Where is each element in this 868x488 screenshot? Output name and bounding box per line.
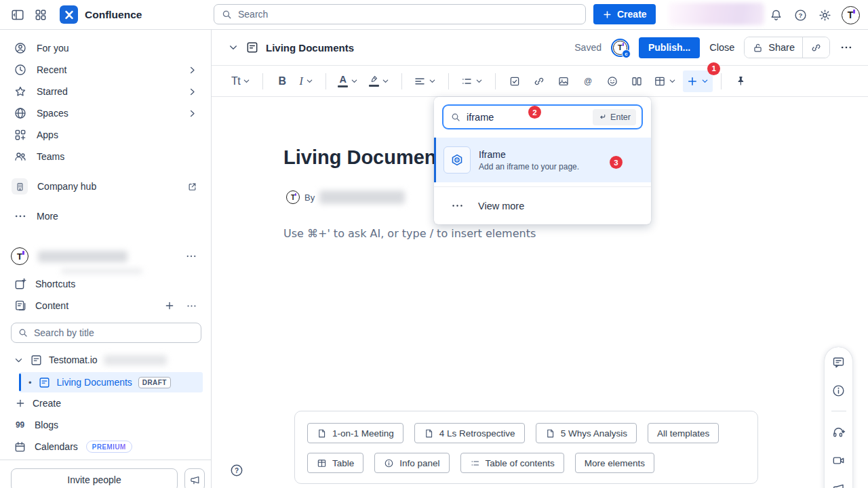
pin-icon xyxy=(735,75,747,87)
image-icon xyxy=(557,75,570,87)
pin-toolbar-button[interactable] xyxy=(730,70,751,92)
bold-button[interactable]: B xyxy=(271,70,293,92)
mention-icon: @ xyxy=(582,75,594,87)
plus-icon xyxy=(15,398,26,409)
list-button[interactable] xyxy=(457,70,487,92)
sidebar-item-for-you[interactable]: For you xyxy=(5,37,205,59)
insert-search-field[interactable]: iframe Enter xyxy=(442,104,643,129)
support-button[interactable] xyxy=(831,424,847,440)
space-more-icon[interactable] xyxy=(185,250,197,262)
copy-link-button[interactable] xyxy=(803,37,829,58)
quote-icon: 99 xyxy=(14,419,26,432)
annotation-step-3: 3 xyxy=(610,156,623,169)
space-header[interactable]: T xyxy=(5,244,205,268)
highlight-color-button[interactable] xyxy=(365,70,393,92)
tree-item-living-documents[interactable]: • Living Documents DRAFT xyxy=(19,372,203,392)
share-button[interactable]: Share xyxy=(745,37,802,58)
settings-button[interactable] xyxy=(815,5,834,24)
insert-element-button[interactable]: 1 xyxy=(683,70,713,92)
save-status: Saved xyxy=(574,42,601,53)
profile-avatar-button[interactable]: T xyxy=(841,5,860,24)
sidebar-item-teams[interactable]: Teams xyxy=(5,146,205,167)
content-search-input[interactable] xyxy=(34,327,195,338)
italic-button[interactable]: I xyxy=(296,70,317,92)
notifications-button[interactable] xyxy=(766,5,785,24)
sidebar-item-spaces[interactable]: Spaces xyxy=(5,102,205,124)
video-button[interactable] xyxy=(831,452,847,468)
invite-people-button[interactable]: Invite people xyxy=(11,468,178,488)
text-color-button[interactable]: A xyxy=(334,70,362,92)
editor-help-button[interactable]: ? xyxy=(229,463,244,478)
divider xyxy=(721,73,722,89)
editor-avatar[interactable]: T c xyxy=(611,39,629,57)
alignment-button[interactable] xyxy=(410,70,440,92)
template-1on1-meeting-button[interactable]: 1-on-1 Meeting xyxy=(307,423,403,443)
global-search-input[interactable] xyxy=(238,9,578,20)
template-5-whys-analysis-button[interactable]: 5 Whys Analysis xyxy=(536,423,637,443)
redacted-space-name xyxy=(38,251,127,262)
brand[interactable]: Confluence xyxy=(60,5,142,24)
text-style-button[interactable]: Tt xyxy=(228,70,254,92)
publish-button[interactable]: Publish... xyxy=(639,37,700,58)
sidebar-item-apps[interactable]: Apps xyxy=(5,124,205,146)
page-more-button[interactable] xyxy=(840,41,853,54)
headphones-plus-icon xyxy=(831,425,846,439)
template-label: 4 Ls Retrospective xyxy=(439,428,515,439)
tree-create-button[interactable]: Create xyxy=(15,394,61,413)
page-header: Living Documents Saved T c Publish... Cl… xyxy=(212,30,868,65)
sidebar-item-starred[interactable]: Starred xyxy=(5,81,205,102)
emoji-button[interactable] xyxy=(601,70,623,92)
info-icon xyxy=(831,384,846,398)
document-title[interactable]: Living Documents xyxy=(283,146,454,169)
insert-table-button[interactable]: Table xyxy=(307,453,363,473)
sidebar-item-calendars[interactable]: Calendars PREMIUM xyxy=(5,437,205,456)
search-icon xyxy=(18,327,28,338)
task-checkbox-icon xyxy=(509,75,521,87)
help-button[interactable]: ? xyxy=(791,5,810,24)
table-button[interactable] xyxy=(650,70,680,92)
task-button[interactable] xyxy=(504,70,526,92)
all-templates-button[interactable]: All templates xyxy=(648,423,719,443)
more-elements-button[interactable]: More elements xyxy=(575,453,654,473)
byline-prefix: By xyxy=(304,192,315,203)
create-button[interactable]: Create xyxy=(593,4,656,24)
insert-toc-button[interactable]: Table of contents xyxy=(460,453,564,473)
mention-button[interactable]: @ xyxy=(577,70,599,92)
add-content-icon[interactable] xyxy=(164,300,175,311)
insert-info-panel-button[interactable]: Info panel xyxy=(374,453,449,473)
sidebar-toggle-button[interactable] xyxy=(8,5,27,24)
view-more-item[interactable]: View more xyxy=(434,191,651,220)
editor-toolbar: Tt B I A xyxy=(212,65,868,97)
image-button[interactable] xyxy=(553,70,574,92)
global-search[interactable] xyxy=(214,4,586,24)
layouts-button[interactable] xyxy=(626,70,648,92)
content-more-icon[interactable] xyxy=(186,300,197,312)
close-button[interactable]: Close xyxy=(709,42,734,53)
chevron-down-icon[interactable] xyxy=(14,355,24,365)
sidebar-item-recent[interactable]: Recent xyxy=(5,59,205,81)
sidebar-item-more[interactable]: More xyxy=(5,205,205,227)
ellipsis-icon xyxy=(451,199,464,212)
divider xyxy=(831,411,846,411)
announcement-button[interactable] xyxy=(184,468,205,488)
link-button[interactable] xyxy=(528,70,550,92)
sidebar-item-shortcuts[interactable]: Shortcuts xyxy=(5,273,205,295)
editor-placeholder[interactable]: Use ⌘+' to ask AI, or type / to insert e… xyxy=(283,227,536,240)
chevron-down-icon[interactable] xyxy=(228,42,239,53)
comments-button[interactable] xyxy=(831,354,847,370)
app-switcher-icon xyxy=(34,8,47,22)
sidebar-item-content[interactable]: Content xyxy=(5,295,205,317)
template-4ls-retrospective-button[interactable]: 4 Ls Retrospective xyxy=(414,423,525,443)
app-switcher-button[interactable] xyxy=(31,5,50,24)
selected-indicator xyxy=(19,373,21,391)
sidebar-item-blogs[interactable]: 99 Blogs xyxy=(5,415,205,434)
details-info-button[interactable] xyxy=(831,382,847,399)
space-avatar: T xyxy=(11,247,28,265)
feedback-button[interactable] xyxy=(831,481,847,488)
breadcrumb-title[interactable]: Living Documents xyxy=(266,42,354,54)
sidebar-item-company-hub[interactable]: Company hub xyxy=(5,176,205,197)
iframe-icon xyxy=(443,146,471,174)
content-search[interactable] xyxy=(11,323,201,343)
columns-icon xyxy=(631,75,643,87)
tree-item-space-root[interactable]: Testomat.io xyxy=(14,350,167,369)
